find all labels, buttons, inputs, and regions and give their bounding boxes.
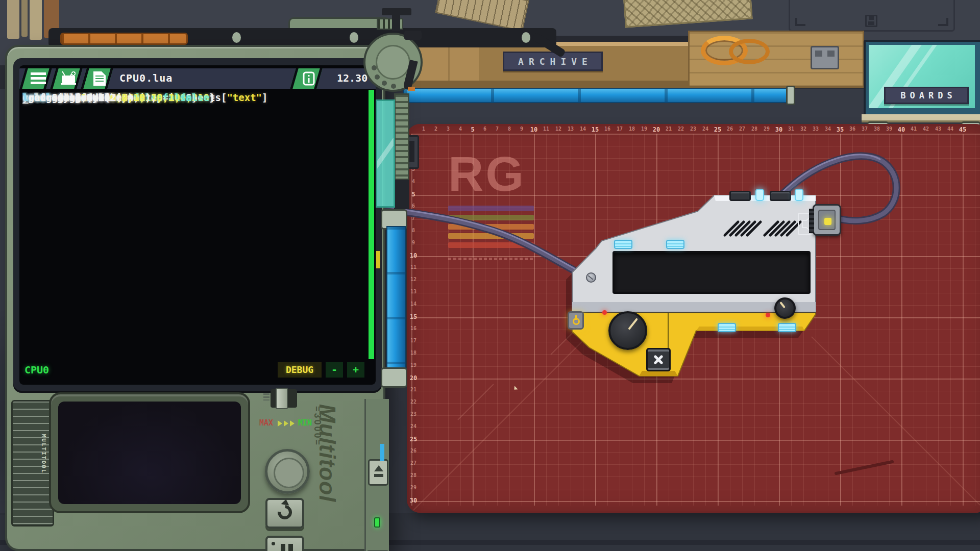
- binder: [30, 0, 42, 40]
- pipe-elbow: [381, 367, 407, 388]
- close-button[interactable]: [646, 348, 671, 371]
- archive-plaque: ARCHIVE: [503, 52, 603, 71]
- info-tab[interactable]: [290, 68, 322, 89]
- volume-knob[interactable]: [265, 449, 310, 494]
- code-line[interactable]: _gadgets = {vec2(0,18),0,1,false}: [22, 92, 215, 105]
- cable-plug[interactable]: [813, 204, 841, 236]
- clock: 12.30: [337, 72, 368, 84]
- video-screen-bezel: [49, 392, 250, 513]
- wooden-ruler-prop: [435, 0, 529, 32]
- multitool-device: CPU0.lua 12.30 -- Retro Gadgetsvc = gdt.…: [5, 45, 385, 551]
- boards-cabinet[interactable]: BOARDS: [864, 40, 980, 116]
- floppy-icon: [865, 15, 877, 27]
- volume-scale: MAX MIN: [259, 418, 315, 429]
- brand-model: =3000=: [312, 406, 323, 467]
- save-dropzone[interactable]: [789, 0, 955, 32]
- glass-streak: [376, 102, 395, 208]
- code-editor[interactable]: -- Retro Gadgetsvc = gdt.VideoChip0cpu =…: [22, 92, 368, 356]
- blue-pipe-vertical: [386, 226, 406, 370]
- hamburger-menu-icon: [25, 68, 46, 89]
- editor-titlebar: CPU0.lua 12.30: [19, 68, 376, 89]
- gadget-icon: [56, 68, 77, 89]
- toothed-rail: [394, 93, 409, 180]
- mat-guides: [407, 124, 980, 513]
- gadget-lcd-screen[interactable]: [612, 251, 811, 294]
- chevron-icon: [278, 420, 282, 427]
- eject-icon-bar: [374, 474, 383, 477]
- cutting-mat: 1234567891011121314151617181920212223242…: [407, 124, 980, 513]
- document-icon: [86, 68, 108, 89]
- menu-tab[interactable]: [19, 68, 52, 89]
- blue-pipe-horizontal: [403, 88, 791, 103]
- power-led: [374, 517, 380, 528]
- yellow-tag: [376, 251, 380, 268]
- spec-plate-label: MULTITOOL: [41, 434, 47, 474]
- binder: [7, 0, 19, 39]
- red-led: [602, 310, 607, 315]
- hinge-screw: [375, 74, 380, 80]
- hinge-screw: [391, 84, 396, 89]
- gadget-top-port[interactable]: [729, 191, 751, 201]
- volume-min-label: MIN: [298, 418, 312, 428]
- eject-button[interactable]: [368, 459, 388, 486]
- small-device: [811, 46, 839, 69]
- pipe-cap: [786, 86, 795, 105]
- mount-hole: [350, 32, 358, 43]
- gadget-knob-large[interactable]: [608, 311, 647, 350]
- document-tab[interactable]: [81, 68, 113, 89]
- slider-knob[interactable]: [276, 388, 288, 409]
- pause-icon: [288, 544, 293, 551]
- debug-toggle[interactable]: DEBUG: [278, 362, 322, 378]
- hinge-hub: [376, 45, 410, 80]
- bracket-icon: [795, 18, 805, 26]
- volume-max-label: MAX: [259, 418, 273, 428]
- video-screen[interactable]: [58, 402, 241, 504]
- glass-ruler[interactable]: [376, 99, 395, 208]
- red-led: [766, 313, 770, 317]
- pause-dot-icon: [272, 542, 275, 545]
- woven-basket: [622, 0, 752, 28]
- plug-bracket: [809, 209, 814, 233]
- cyan-led: [755, 189, 764, 201]
- blue-clip-connector[interactable]: [718, 323, 736, 332]
- orange-cable-run: [60, 33, 188, 45]
- list-icon: [263, 393, 270, 400]
- eject-icon: [374, 465, 383, 471]
- binder: [21, 0, 28, 37]
- font-decrease-button[interactable]: -: [326, 362, 343, 378]
- mode-slider[interactable]: [263, 387, 299, 410]
- info-icon: [296, 68, 317, 89]
- gadget-tab[interactable]: [50, 68, 82, 89]
- blue-clip-connector[interactable]: [666, 240, 684, 249]
- cyan-led: [795, 189, 803, 201]
- pipe-sliver: [380, 444, 384, 461]
- font-increase-button[interactable]: +: [347, 362, 364, 378]
- bracket-icon: [938, 18, 948, 26]
- restart-icon: [275, 502, 295, 522]
- blue-clip-connector[interactable]: [614, 240, 632, 249]
- plug-led: [824, 218, 831, 225]
- blue-clip-connector[interactable]: [778, 323, 796, 332]
- mount-hole: [232, 32, 241, 43]
- pause-button[interactable]: [265, 536, 304, 551]
- spec-plate: MULTITOOL: [11, 400, 54, 527]
- boards-plaque: BOARDS: [884, 87, 969, 104]
- status-device-label: CPU0: [24, 364, 49, 376]
- clamp-arm: [404, 31, 422, 40]
- pause-icon: [281, 544, 285, 551]
- gadget-top-port[interactable]: [770, 191, 791, 201]
- power-icon-stem: [575, 315, 577, 320]
- side-rail: [364, 399, 389, 551]
- scrollbar[interactable]: [369, 90, 374, 359]
- retro-gadgets-workbench: ARCHIVE BOARDS 1234567891011121314151617…: [0, 0, 980, 551]
- gadget-knob-small[interactable]: [774, 297, 796, 319]
- chevron-icon: [284, 420, 288, 427]
- hinge-bracket-stem: [392, 13, 400, 31]
- restart-button[interactable]: [265, 498, 304, 529]
- scrollbar-thumb[interactable]: [369, 90, 374, 359]
- orange-cable-coil: [729, 39, 770, 64]
- knob-pointer: [628, 318, 638, 330]
- power-button[interactable]: [568, 311, 584, 330]
- editor-statusbar: CPU0 DEBUG - +: [22, 362, 370, 379]
- knob-pointer: [779, 302, 786, 308]
